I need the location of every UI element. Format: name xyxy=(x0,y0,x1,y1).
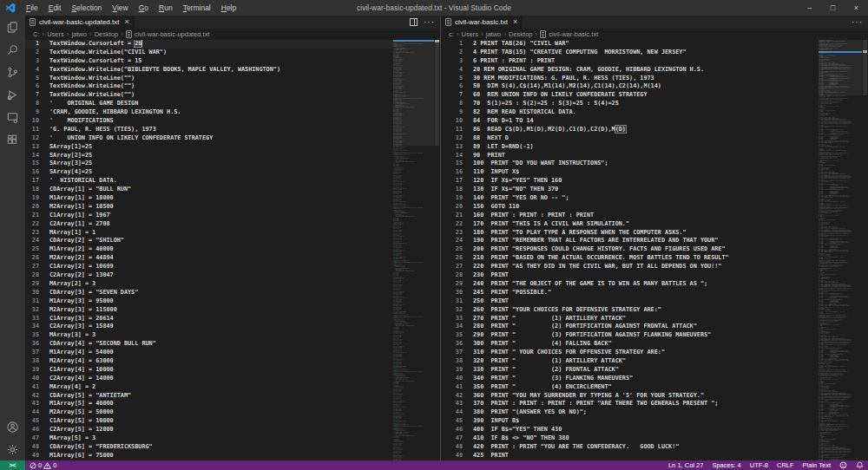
code-line[interactable]: 27C1Array[2] = 10699 xyxy=(25,263,393,271)
code-line[interactable]: 24190 PRINT "REMEMBER THAT ALL FACTORS A… xyxy=(441,237,819,245)
code-line[interactable]: 19140 PRINT "YES OR NO -- "; xyxy=(441,194,819,203)
minimize-button[interactable]: – xyxy=(798,0,821,16)
code-line[interactable]: 22C2Array[1] = 2708 xyxy=(25,220,393,229)
code-line[interactable]: 14SArray[2]=25 xyxy=(25,152,393,160)
code-line[interactable]: 27220 PRINT "AS THEY DID IN THE CIVIL WA… xyxy=(441,263,819,271)
source-control-icon[interactable] xyxy=(0,61,25,83)
encoding-setting[interactable]: UTF-8 xyxy=(746,460,773,470)
code-line[interactable]: 45390 INPUT B$ xyxy=(441,417,819,426)
code-line[interactable]: 15SArray[3]=25 xyxy=(25,160,393,168)
code-line[interactable]: 870 S(1)=25 : S(2)=25 : S(3)=25 : S(4)=2… xyxy=(441,100,819,108)
code-line[interactable]: 34280 PRINT " (2) FORTIFICATION AGAINST … xyxy=(441,323,819,331)
code-line[interactable]: 16SArray[4]=25 xyxy=(25,168,393,177)
code-line[interactable]: 26M2Array[2] = 44894 xyxy=(25,254,393,263)
explorer-icon[interactable] xyxy=(0,16,25,38)
code-line[interactable]: 41350 PRINT " (4) ENCIRCLEMENT" xyxy=(441,383,819,392)
code-line[interactable]: 29240 PRINT "THE OBJECT OF THE GAME IS T… xyxy=(441,280,819,289)
breadcrumb-item[interactable]: jatwo xyxy=(71,30,87,38)
menu-edit[interactable]: Edit xyxy=(43,0,67,16)
code-line[interactable]: 3TextWindow.CursorLeft = 15 xyxy=(25,57,393,66)
code-line[interactable]: 45C1Array[5] = 10000 xyxy=(25,417,393,426)
code-line[interactable]: 32M2Array[3] = 115000 xyxy=(25,306,393,315)
code-line[interactable]: 1389 LET D=RND(-1) xyxy=(441,143,819,152)
menu-run[interactable]: Run xyxy=(154,0,178,16)
code-area[interactable]: 1TextWindow.CursorLeft = 262TextWindow.W… xyxy=(25,40,393,460)
code-line[interactable]: 18130 IF X$="NO" THEN 370 xyxy=(441,186,819,194)
code-line[interactable]: 37310 PRINT " YOUR CHOICES FOR OFFENSIVE… xyxy=(441,349,819,357)
tab-close-icon[interactable]: × xyxy=(122,18,128,26)
code-line[interactable]: 36CDArray[4] = "SECOND BULL RUN" xyxy=(25,340,393,349)
breadcrumb-item[interactable]: civil-war-basic.txt xyxy=(540,30,598,38)
code-line[interactable]: 1TextWindow.CursorLeft = 26 xyxy=(25,40,393,49)
code-line[interactable]: 49425 PRINT xyxy=(441,452,819,460)
minimap[interactable]: TextWindow.CursorLeft = 26 TextWindow.Wr… xyxy=(393,40,434,460)
remote-indicator[interactable]: >< xyxy=(0,460,25,470)
code-line[interactable]: 11'G. PAUL, R. HESS (TIES), 1973 xyxy=(25,126,393,134)
code-line[interactable]: 37M1Array[4] = 54000 xyxy=(25,349,393,357)
code-line[interactable]: 9'CRAM, GOODIE, HIBBARD LEXINGTON H.S. xyxy=(25,108,393,117)
code-line[interactable]: 34C2Array[3] = 15849 xyxy=(25,323,393,331)
breadcrumb-item[interactable]: C: xyxy=(33,30,40,38)
code-line[interactable]: 47MArray[5] = 3 xyxy=(25,434,393,443)
code-line[interactable]: 48CDArray[6] = "FREDERICKSBURG" xyxy=(25,443,393,452)
cursor-position[interactable]: Ln 1, Col 27 xyxy=(664,460,707,470)
code-line[interactable]: 20M2Array[1] = 18500 xyxy=(25,203,393,212)
code-line[interactable]: 43M1Array[5] = 40000 xyxy=(25,400,393,408)
extensions-icon[interactable] xyxy=(0,128,25,151)
code-line[interactable]: 24CDArray[2] = "SHILOH" xyxy=(25,237,393,245)
code-line[interactable]: 21C1Array[1] = 1967 xyxy=(25,212,393,220)
code-line[interactable]: 29MArray[2] = 3 xyxy=(25,280,393,289)
code-line[interactable]: 5TextWindow.WriteLine("") xyxy=(25,75,393,83)
account-icon[interactable] xyxy=(0,415,25,438)
overview-ruler[interactable] xyxy=(434,40,440,460)
search-icon[interactable] xyxy=(0,38,25,61)
breadcrumb-item[interactable]: civil-war-basic-updated.txt xyxy=(126,30,210,38)
overview-ruler[interactable] xyxy=(862,40,868,460)
code-line[interactable]: 31M1Array[3] = 95000 xyxy=(25,297,393,306)
code-line[interactable]: 1084 FOR D=1 TO 14 xyxy=(441,117,819,126)
maximize-button[interactable]: □ xyxy=(821,0,845,16)
code-line[interactable]: 6TextWindow.WriteLine("") xyxy=(25,82,393,91)
code-line[interactable]: 12 PRINT TAB(26) "CIVIL WAR" xyxy=(441,40,819,49)
code-line[interactable]: 650 DIM S(4),C$(14),M1(14),M2(14),C1(14)… xyxy=(441,82,819,91)
code-line[interactable]: 23MArray[1] = 1 xyxy=(25,229,393,238)
code-line[interactable]: 8' ORIGINAL GAME DESIGN xyxy=(25,100,393,108)
code-line[interactable]: 7TextWindow.WriteLine("") xyxy=(25,91,393,100)
code-line[interactable]: 530 REM MODIFICATIONS: G. PAUL, R. HESS … xyxy=(441,75,819,83)
minimap[interactable]: 2 PRINT TAB(26) "CIVIL WAR" 4 PRINT TAB(… xyxy=(819,40,862,460)
code-line[interactable]: 19M1Array[1] = 18000 xyxy=(25,194,393,203)
code-line[interactable]: 35290 PRINT " (3) FORTIFICATION AGAINST … xyxy=(441,331,819,340)
code-line[interactable]: 26210 PRINT "BASED ON THE ACTUAL OCCURRE… xyxy=(441,254,819,263)
code-line[interactable]: 24 PRINT TAB(15) "CREATIVE COMPUTING MOR… xyxy=(441,49,819,57)
code-line[interactable]: 22170 PRINT "THIS IS A CIVIL WAR SIMULAT… xyxy=(441,220,819,229)
breadcrumb-item[interactable]: c: xyxy=(449,30,454,38)
breadcrumb-item[interactable]: Desktop xyxy=(509,30,533,38)
code-line[interactable]: 47410 IF B$ <> "NO" THEN 380 xyxy=(441,434,819,443)
menu-view[interactable]: View xyxy=(107,0,133,16)
code-line[interactable]: 39C1Array[4] = 10000 xyxy=(25,366,393,375)
code-line[interactable]: 43370 PRINT : PRINT : PRINT : PRINT "ARE… xyxy=(441,400,819,408)
code-line[interactable]: 30CDArray[3] = "SEVEN DAYS" xyxy=(25,289,393,297)
code-line[interactable]: 39330 PRINT " (2) FRONTAL ATTACK" xyxy=(441,366,819,375)
code-line[interactable]: 38M2Array[4] = 63000 xyxy=(25,357,393,366)
code-line[interactable]: 1490 PRINT xyxy=(441,152,819,160)
code-line[interactable]: 25M1Array[2] = 40000 xyxy=(25,245,393,254)
code-line[interactable]: 46400 IF B$="YES" THEN 430 xyxy=(441,426,819,434)
code-line[interactable]: 49M1Array[6] = 75000 xyxy=(25,452,393,460)
code-area[interactable]: 12 PRINT TAB(26) "CIVIL WAR"24 PRINT TAB… xyxy=(441,40,819,460)
code-line[interactable]: 13SArray[1]=25 xyxy=(25,143,393,152)
code-line[interactable]: 42360 PRINT "YOU MAY SURRENDER BY TYPING… xyxy=(441,392,819,401)
code-line[interactable]: 44380 PRINT "(ANSWER YES OR NO)"; xyxy=(441,408,819,417)
code-line[interactable]: 982 REM READ HISTORICAL DATA. xyxy=(441,108,819,117)
code-line[interactable]: 1186 READ C$(D),M1(D),M2(D),C1(D),C2(D),… xyxy=(441,126,819,134)
menu-terminal[interactable]: Terminal xyxy=(178,0,216,16)
tab-civil-war-basic[interactable]: civil-war-basic.txt × xyxy=(441,16,523,29)
run-debug-icon[interactable] xyxy=(0,83,25,106)
code-line[interactable]: 36300 PRINT " (4) FALLING BACK" xyxy=(441,340,819,349)
code-line[interactable]: 420 REM ORIGINAL GAME DESIGN: CRAM, GOOD… xyxy=(441,66,819,75)
eol-setting[interactable]: CRLF xyxy=(773,460,799,470)
code-line[interactable]: 36 PRINT : PRINT : PRINT xyxy=(441,57,819,66)
code-line[interactable]: 41MArray[4] = 2 xyxy=(25,383,393,392)
code-line[interactable]: 23180 PRINT "TO PLAY TYPE A RESPONSE WHE… xyxy=(441,229,819,238)
code-line[interactable]: 21160 PRINT : PRINT : PRINT : PRINT xyxy=(441,212,819,220)
